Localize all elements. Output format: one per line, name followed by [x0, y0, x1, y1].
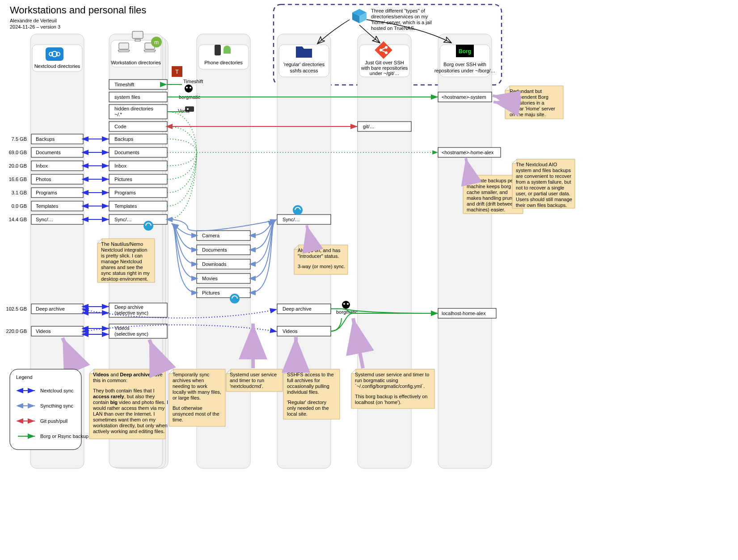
borgmatic2-icon — [342, 301, 350, 309]
svg-text:workstation directly, but only: workstation directly, but only when — [93, 423, 168, 428]
borg-localhost-label: localhost-home-alex — [442, 311, 486, 316]
svg-text:Users should still manage: Users should still manage — [516, 197, 572, 202]
lane-title-regular-l1: 'regular' directories — [283, 62, 325, 67]
types-note-l2: directories/services on my — [371, 14, 428, 19]
svg-text:run borgmatic using: run borgmatic using — [355, 378, 398, 383]
note-sshfs: SSHFS access to the full archives for oc… — [283, 369, 340, 419]
svg-text:3-way (or more) sync.: 3-way (or more) sync. — [298, 264, 345, 269]
syncthing-icon-phone — [230, 294, 240, 303]
nc-deep-label: Deep archive — [36, 306, 65, 312]
syncthing-icon-ws — [143, 221, 153, 231]
svg-rect-10 — [135, 39, 140, 41]
cube-icon — [352, 9, 367, 23]
nc-backups: Backups — [31, 134, 83, 144]
ws-documents: Documents — [109, 147, 167, 157]
reg-deep: Deep archive — [277, 304, 331, 314]
svg-text:needing to work: needing to work — [173, 383, 207, 389]
nc-sync: Sync/… — [31, 215, 83, 224]
ph-pictures-label: Pictures — [202, 290, 220, 295]
svg-text:Always on, and has: Always on, and has — [298, 248, 341, 253]
ws-system: system files — [109, 92, 167, 102]
svg-text:SSHFS access to the: SSHFS access to the — [287, 372, 334, 377]
svg-text:this in common:: this in common: — [93, 378, 127, 383]
lane-title-workstation: Workstation directories — [111, 60, 161, 65]
ws-pictures: Pictures — [109, 174, 167, 184]
ws-videos-l1: Videos — [114, 325, 130, 331]
legend-title: Legend — [16, 375, 33, 380]
ph-downloads-label: Downloads — [202, 261, 227, 267]
nextcloud-icon — [46, 47, 63, 61]
ws-hidden: hidden directories~/.* — [109, 105, 167, 119]
svg-point-69 — [190, 87, 191, 88]
note-temp-sync: Temporarily sync archives when needing t… — [169, 369, 225, 426]
lane-title-phone: Phone directories — [204, 60, 243, 65]
svg-text:local site.: local site. — [287, 411, 308, 417]
legend-borg: Borg or Rsync backup — [40, 434, 89, 439]
ws-templates: Templates — [109, 201, 167, 211]
nc-videos-label: Videos — [36, 328, 51, 334]
ws-hidden-l1: hidden directories — [114, 106, 153, 111]
note-redundant-arrow1 — [493, 96, 505, 98]
legend-git: Git push/pull — [40, 418, 67, 424]
types-note-l3: 'home' server, which is a jail — [371, 20, 432, 25]
git-box: git/… — [358, 122, 411, 131]
note-intro: Always on, and has "introducer" status. … — [294, 245, 348, 274]
phone-icon — [215, 45, 221, 55]
svg-text:manage Nextcloud: manage Nextcloud — [101, 259, 142, 264]
svg-text:repositories in a: repositories in a — [510, 100, 545, 105]
size-backups: 7.5 GB — [12, 136, 27, 142]
nc-photos: Photos — [31, 174, 83, 184]
lane-title-borg-l1: Borg over SSH with — [443, 62, 486, 67]
reg-videos: Videos — [277, 326, 331, 336]
ws-deep-l2: (selective sync) — [114, 310, 148, 316]
nc-templates: Templates — [31, 201, 83, 211]
svg-point-72 — [342, 301, 350, 309]
ph-camera: Camera — [197, 231, 250, 240]
ws-documents-label: Documents — [114, 150, 139, 155]
nc-programs: Programs — [31, 188, 83, 198]
reg-deep-label: Deep archive — [283, 306, 312, 312]
svg-text:user, or partial user data.: user, or partial user data. — [516, 191, 570, 196]
note-videos-deep: Videos and Deep archive have this in com… — [89, 369, 168, 439]
svg-text:sometimes want them on my: sometimes want them on my — [93, 417, 156, 422]
svg-text:occasionally pulling: occasionally pulling — [287, 383, 329, 389]
legend-st: Syncthing sync — [40, 403, 73, 408]
nc-sync-label: Sync/… — [36, 217, 53, 222]
svg-text:system and files backups: system and files backups — [516, 168, 571, 173]
borg-system-label: <hostname>-system — [442, 94, 486, 100]
ws-videos: Videos(selective sync) — [109, 324, 167, 338]
svg-text:contain big video and photo fi: contain big video and photo files. I — [93, 400, 168, 405]
svg-text:would rather access them via m: would rather access them via my — [93, 405, 165, 411]
size-videos: 220.0 GB — [6, 328, 27, 334]
nc-documents-label: Documents — [36, 150, 61, 155]
diagram-canvas: Workstations and personal files Alexandr… — [0, 0, 738, 560]
ws-timeshift-label: Timeshift — [114, 82, 134, 87]
date-version: 2024-11-26 – version 3 — [10, 24, 60, 29]
nc-documents: Documents — [31, 147, 83, 157]
nc-videos: Videos — [31, 326, 83, 336]
svg-text:not to recover a single: not to recover a single — [516, 185, 564, 190]
svg-text:'nextcloudcmd'.: 'nextcloudcmd'. — [230, 383, 263, 389]
svg-text:time.: time. — [173, 417, 183, 422]
ws-code: Code — [109, 122, 167, 131]
svg-text:shares and see the: shares and see the — [101, 265, 143, 270]
ws-deep-l1: Deep archive — [114, 304, 143, 310]
vorta-label: Vorta — [178, 108, 190, 114]
types-note-l1: Three different "types" of — [371, 8, 426, 13]
svg-rect-15 — [198, 45, 249, 69]
lane-title-git-l3: under ~/git/… — [370, 71, 399, 76]
svg-text:T: T — [175, 69, 179, 75]
svg-text:m: m — [154, 39, 159, 46]
nc-photos-label: Photos — [36, 177, 51, 182]
size-programs: 3.1 GB — [12, 190, 27, 195]
note-systemd-nc: Systemd user service and timer to run 'n… — [226, 369, 283, 392]
svg-text:"introducer" status.: "introducer" status. — [298, 253, 339, 259]
timeshift-label: Timeshift — [183, 79, 203, 84]
note-redundant-arrow2 — [493, 102, 505, 104]
size-inbox: 20.0 GB — [9, 163, 27, 168]
note-aio: The Nextcloud AIO system and files backu… — [512, 159, 575, 208]
svg-text:machine keeps borg: machine keeps borg — [467, 184, 511, 189]
ws-backups-label: Backups — [114, 136, 134, 142]
nc-templates-label: Templates — [36, 203, 59, 209]
svg-text:or large files.: or large files. — [173, 395, 201, 400]
